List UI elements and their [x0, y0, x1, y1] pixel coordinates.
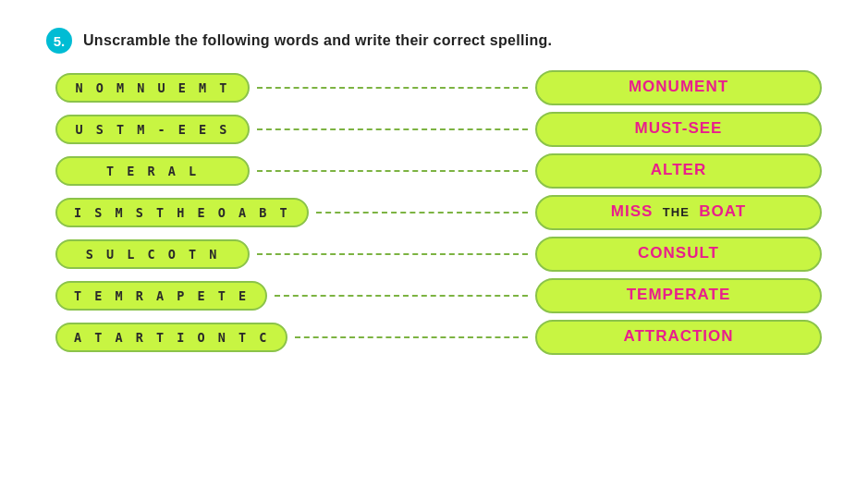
scrambled-word-3: T E R A L	[55, 156, 250, 186]
words-grid: N O M N U E M T MONUMENT U S T M - E E S…	[46, 70, 822, 355]
answer-text-7: ATTRACTION	[623, 327, 733, 345]
word-row: T E M R A P E T E TEMPERATE	[55, 278, 822, 313]
answer-box-1: MONUMENT	[535, 70, 822, 105]
connector-line-1	[257, 87, 528, 89]
word-row: T E R A L ALTER	[55, 153, 822, 189]
scrambled-word-4: I S M S T H E O A B T	[55, 198, 309, 227]
connector-line-5	[257, 253, 528, 255]
word-row: A T A R T I O N T C ATTRACTION	[55, 320, 822, 355]
answer-box-4: MISS THE BOAT	[535, 195, 822, 230]
question-number: 5.	[46, 28, 72, 54]
answer-box-3: ALTER	[535, 153, 822, 189]
word-row: S U L C O T N CONSULT	[55, 237, 822, 272]
scrambled-word-1: N O M N U E M T	[55, 73, 250, 103]
main-container: 5. Unscramble the following words and wr…	[46, 28, 822, 355]
connector-line-2	[257, 128, 528, 130]
answer-text-4b: THE	[663, 205, 690, 219]
answer-text-5: CONSULT	[638, 244, 719, 262]
answer-text-6: TEMPERATE	[627, 286, 731, 303]
answer-box-2: MUST-SEE	[535, 112, 822, 147]
question-header: 5. Unscramble the following words and wr…	[46, 28, 822, 54]
answer-text-4a: MISS	[611, 202, 654, 220]
connector-line-4	[316, 212, 528, 214]
scrambled-word-6: T E M R A P E T E	[55, 281, 267, 311]
answer-text-1: MONUMENT	[629, 78, 728, 95]
connector-line-3	[257, 170, 528, 172]
word-row: U S T M - E E S MUST-SEE	[55, 112, 822, 147]
answer-text-2: MUST-SEE	[635, 119, 723, 137]
answer-text-3: ALTER	[651, 161, 706, 178]
word-row: N O M N U E M T MONUMENT	[55, 70, 822, 105]
answer-box-6: TEMPERATE	[535, 278, 822, 313]
question-text: Unscramble the following words and write…	[83, 32, 552, 49]
scrambled-word-5: S U L C O T N	[55, 239, 250, 269]
connector-line-6	[275, 295, 528, 297]
answer-box-7: ATTRACTION	[535, 320, 822, 355]
word-row: I S M S T H E O A B T MISS THE BOAT	[55, 195, 822, 230]
answer-text-4c: BOAT	[699, 202, 746, 220]
scrambled-word-2: U S T M - E E S	[55, 115, 250, 144]
connector-line-7	[295, 336, 528, 338]
answer-box-5: CONSULT	[535, 237, 822, 272]
scrambled-word-7: A T A R T I O N T C	[55, 323, 287, 352]
